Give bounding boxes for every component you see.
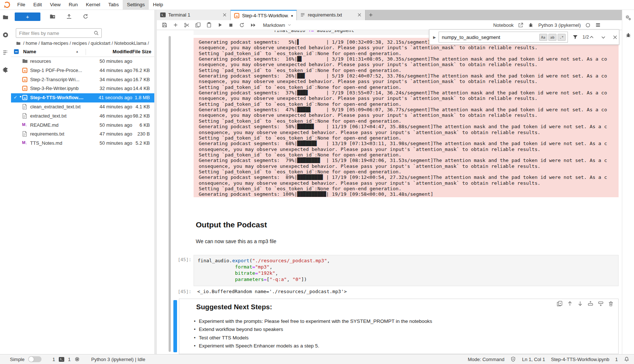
property-inspector-icon[interactable] [625,14,632,21]
kernel-status-icon[interactable] [585,22,591,28]
file-size: 5.2 KB [136,140,150,146]
file-row[interactable]: clean_extracted_text.txt44 minutes ago4.… [11,102,154,112]
add-cell-icon[interactable] [173,22,179,28]
external-link-icon[interactable] [518,22,523,28]
jupyterlab-window: FileEditViewRunKernelTabsSettingsHelp + [0,0,634,364]
status-bar: Simple 1 $_ 1 Python 3 (ipykernel) | Idl… [0,354,634,364]
hamburger-menu-icon[interactable] [595,22,601,28]
menu-item-settings[interactable]: Settings [123,0,149,10]
menu-item-run[interactable]: Run [65,0,82,10]
paste-cells-icon[interactable] [206,22,212,28]
terminal-icon[interactable]: $_ [59,357,64,362]
select-all-checkbox[interactable] [14,49,19,54]
breadcrumb-path[interactable]: / home / llama-recipes / recipes / quick… [23,41,149,46]
status-file-name[interactable]: Step-4-TTS-Workflow.ipynb [551,357,609,362]
table-of-contents-icon[interactable] [2,49,9,56]
breadcrumb-folder-icon[interactable] [16,41,21,46]
whole-word-button[interactable]: ab [548,34,556,41]
file-row[interactable]: Step-2-Transcript-Wri...34 minutes ago16… [11,75,154,84]
new-folder-icon[interactable] [49,13,56,20]
column-modified[interactable]: Modified [113,49,132,54]
close-tab-icon[interactable] [357,12,362,17]
simple-mode-toggle[interactable] [28,356,42,362]
menu-item-view[interactable]: View [46,0,65,10]
debugger-icon[interactable] [528,22,534,28]
column-file-size[interactable]: File Size [132,49,151,54]
search-query[interactable]: numpy_to_audio_segment [439,35,538,40]
new-launcher-button[interactable]: + [15,12,40,21]
search-filter-icon[interactable] [572,34,578,40]
cell-type-dropdown[interactable]: Markdown [263,22,292,28]
file-modified: 32 minutes ago [100,86,132,91]
menu-item-edit[interactable]: Edit [29,0,46,10]
file-browser-icon[interactable] [2,14,9,21]
previous-match-icon[interactable] [589,35,594,40]
code-cell[interactable]: final_audio.export("./resources/_podcast… [194,255,619,286]
tab-requirements-txt[interactable]: requirements.txt [297,10,365,20]
delete-cell-icon[interactable] [608,301,614,307]
tab-terminal-1[interactable]: $_Terminal 1 [157,10,231,20]
terminal-count: 1 [53,357,55,362]
match-case-button[interactable]: Aa [539,34,547,41]
copy-cells-icon[interactable] [195,22,201,28]
unsaved-dot-icon[interactable]: ● [291,14,293,18]
close-search-icon[interactable] [612,35,618,40]
file-size: 4.1 KB [136,104,150,109]
kernel-status-label[interactable]: Python 3 (ipykernel) | Idle [91,357,145,362]
kernel-name-label[interactable]: Python 3 (ipykernel) [538,22,581,28]
active-cell-collapser[interactable] [173,300,177,352]
restart-run-all-icon[interactable] [250,22,256,28]
insert-cell-above-icon[interactable] [587,300,594,307]
cut-cells-icon[interactable] [184,22,190,28]
next-steps-item: Extend workflow beyond two speakers [194,327,432,335]
file-row[interactable]: resources50 minutes ago [11,57,154,66]
menu-item-file[interactable]: File [13,0,29,10]
cursor-position[interactable]: Ln 1, Col 1 [522,357,545,362]
refresh-icon[interactable] [82,13,89,20]
file-row[interactable]: extracted_text.txt46 minutes ago98.2 KB [11,112,154,121]
restart-kernel-icon[interactable] [239,22,245,28]
menu-item-help[interactable]: Help [149,0,167,10]
new-tab-button[interactable] [365,10,376,20]
file-row[interactable]: M↓TTS_Notes.md50 minutes ago5.2 KB [11,139,154,148]
close-tab-icon[interactable] [222,12,227,17]
tab-step-4-tts-workflow-ipynl[interactable]: Step-4-TTS-Workflow.ipynl● [231,10,297,20]
cell-collapser[interactable] [169,36,171,352]
next-match-icon[interactable] [601,35,606,40]
duplicate-cell-icon[interactable] [556,300,563,307]
kernel-chip-icon[interactable] [74,356,80,362]
filter-files-input[interactable] [16,30,93,36]
run-cell-icon[interactable] [217,22,223,28]
file-browser-toolbar: + [15,11,154,22]
expand-replace-icon[interactable]: ▶ [433,35,436,39]
selected-markdown-cell[interactable]: Suggested Next Steps: Experiment with th… [179,299,619,354]
notebook-view-label[interactable]: Notebook [493,22,514,28]
interrupt-kernel-icon[interactable] [228,22,234,28]
stderr-output[interactable]: Generating podcast segments: 5%|▌ | 1/19… [194,38,619,197]
insert-cell-below-icon[interactable] [598,300,604,307]
folder-file-icon [22,58,28,64]
column-name[interactable]: Name [23,49,36,54]
file-name: TTS_Notes.md [30,140,62,146]
menu-item-kernel[interactable]: Kernel [82,0,104,10]
bell-icon[interactable] [624,356,630,362]
file-row[interactable]: Step-3-Re-Writer.ipynb32 minutes ago14.4… [11,84,154,93]
file-row[interactable]: requirements.txt47 minutes ago230 B [11,130,154,139]
file-row[interactable]: M↓README.md50 minutes ago6 KB [11,121,154,130]
move-cell-up-icon[interactable] [567,300,573,307]
trust-shield-icon[interactable] [510,356,516,362]
running-sessions-icon[interactable] [2,32,9,38]
panel-divider[interactable] [154,10,157,354]
menu-item-tabs[interactable]: Tabs [104,0,123,10]
file-row[interactable]: ✓●Step-4-TTS-Workflow....41 seconds ago1… [11,93,154,102]
move-cell-down-icon[interactable] [577,300,583,307]
extensions-icon[interactable] [2,67,9,73]
upload-icon[interactable] [66,13,72,20]
file-row[interactable]: Step-1 PDF-Pre-Proce...44 minutes ago76.… [11,66,154,75]
regex-button[interactable]: .* [558,34,566,41]
sort-ascending-icon[interactable]: ▲ [76,50,79,53]
debugger-panel-icon[interactable] [625,32,631,38]
mode-indicator[interactable]: Mode: Command [468,357,504,362]
save-icon[interactable] [162,22,167,28]
breadcrumb[interactable]: / home / llama-recipes / recipes / quick… [16,41,149,46]
